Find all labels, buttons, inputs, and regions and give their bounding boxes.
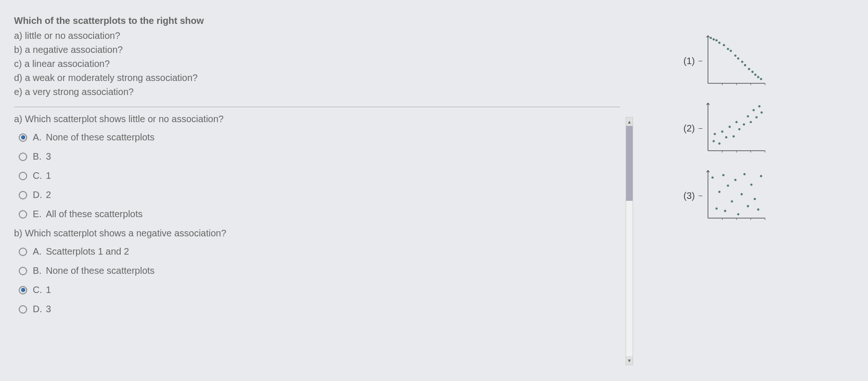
svg-point-13 <box>727 48 729 50</box>
svg-point-18 <box>744 64 746 66</box>
part-e: e) a very strong association? <box>14 85 620 98</box>
chart-tick-mark <box>699 128 702 129</box>
charts-panel: (1) (2) (3) <box>634 9 868 381</box>
svg-point-41 <box>743 124 745 126</box>
part-d: d) a weak or moderately strong associati… <box>14 71 620 84</box>
option-b-A[interactable]: A. Scatterplots 1 and 2 <box>19 246 620 257</box>
chart-3-row: (3) <box>681 168 849 224</box>
svg-point-65 <box>741 193 743 196</box>
option-a-B[interactable]: B. 3 <box>19 151 620 162</box>
svg-point-36 <box>725 136 728 139</box>
radio-icon[interactable] <box>19 153 27 161</box>
svg-point-68 <box>750 183 752 186</box>
svg-point-10 <box>715 39 718 42</box>
radio-icon[interactable] <box>19 248 27 256</box>
option-letter: C. <box>33 170 46 181</box>
option-text: 1 <box>46 170 51 181</box>
svg-point-38 <box>733 135 735 138</box>
chart-tick-mark <box>699 61 702 61</box>
option-a-A[interactable]: A. None of these scatterplots <box>19 132 620 143</box>
scroll-up-icon[interactable]: ▲ <box>626 117 633 126</box>
svg-point-19 <box>748 68 750 70</box>
option-text: Scatterplots 1 and 2 <box>46 246 129 257</box>
radio-icon[interactable] <box>19 286 27 294</box>
scatterplot-2 <box>702 100 768 156</box>
radio-icon[interactable] <box>19 191 27 199</box>
option-letter: B. <box>33 151 46 162</box>
option-text: 2 <box>46 190 51 200</box>
option-b-B[interactable]: B. None of these scatterplots <box>19 265 620 276</box>
radio-icon[interactable] <box>19 172 27 180</box>
chart-1-row: (1) <box>681 33 849 89</box>
part-c: c) a linear association? <box>14 57 620 70</box>
svg-point-20 <box>751 71 754 73</box>
option-text: All of these scatterplots <box>46 209 143 220</box>
main-container: Which of the scatterplots to the right s… <box>0 0 868 381</box>
svg-point-44 <box>752 109 755 111</box>
part-b: b) a negative association? <box>14 43 620 56</box>
svg-point-17 <box>741 61 744 63</box>
radio-icon[interactable] <box>19 210 27 219</box>
svg-point-33 <box>714 133 716 135</box>
chart-2-label: (2) <box>681 123 695 134</box>
radio-icon[interactable] <box>19 267 27 275</box>
svg-point-61 <box>727 184 729 187</box>
svg-point-71 <box>760 175 762 177</box>
section-b-options: A. Scatterplots 1 and 2 B. None of these… <box>14 246 620 315</box>
section-b-title: b) Which scatterplot shows a negative as… <box>14 228 620 239</box>
svg-point-45 <box>755 116 758 118</box>
option-text: 3 <box>46 304 51 315</box>
radio-icon[interactable] <box>19 305 27 314</box>
radio-icon[interactable] <box>19 133 27 142</box>
svg-point-39 <box>736 121 738 123</box>
svg-point-62 <box>731 200 733 203</box>
svg-point-11 <box>718 42 721 44</box>
option-a-D[interactable]: D. 2 <box>19 190 620 200</box>
option-letter: B. <box>33 265 46 276</box>
option-text: 3 <box>46 151 51 162</box>
svg-point-70 <box>757 208 759 211</box>
svg-point-22 <box>757 76 759 78</box>
svg-point-14 <box>729 50 732 52</box>
option-a-E[interactable]: E. All of these scatterplots <box>19 209 620 220</box>
scroll-thumb[interactable] <box>626 126 633 201</box>
question-panel: Which of the scatterplots to the right s… <box>0 9 634 381</box>
part-a: a) little or no association? <box>14 29 620 42</box>
svg-point-46 <box>758 105 760 108</box>
svg-point-34 <box>718 142 721 145</box>
scatterplot-3 <box>702 168 768 224</box>
question-prompt: Which of the scatterplots to the right s… <box>14 14 620 27</box>
option-b-C[interactable]: C. 1 <box>19 285 620 295</box>
option-text: None of these scatterplots <box>46 265 154 276</box>
svg-point-9 <box>713 38 715 41</box>
svg-point-15 <box>734 54 737 57</box>
vertical-scrollbar[interactable]: ▲ ▼ <box>626 117 633 365</box>
option-text: None of these scatterplots <box>46 132 154 143</box>
option-letter: C. <box>33 285 46 295</box>
svg-point-43 <box>750 121 752 123</box>
chart-1-label: (1) <box>681 56 695 66</box>
svg-point-56 <box>711 176 714 179</box>
option-a-C[interactable]: C. 1 <box>19 170 620 181</box>
option-letter: E. <box>33 209 46 220</box>
svg-point-69 <box>754 198 756 200</box>
svg-point-12 <box>723 44 725 46</box>
svg-point-64 <box>737 213 739 215</box>
svg-point-63 <box>734 179 737 181</box>
scroll-down-icon[interactable]: ▼ <box>626 356 633 365</box>
option-letter: D. <box>33 304 46 315</box>
svg-point-35 <box>721 131 723 133</box>
scatterplot-1 <box>702 33 768 89</box>
svg-point-42 <box>747 115 749 117</box>
option-letter: D. <box>33 190 46 200</box>
option-b-D[interactable]: D. 3 <box>19 304 620 315</box>
svg-point-21 <box>754 73 757 76</box>
chart-3-label: (3) <box>681 190 695 201</box>
svg-point-59 <box>722 174 725 176</box>
svg-point-16 <box>737 58 739 60</box>
svg-point-32 <box>713 140 715 142</box>
svg-point-8 <box>710 37 712 39</box>
svg-point-60 <box>724 210 726 212</box>
svg-point-40 <box>738 128 741 131</box>
section-a-title: a) Which scatterplot shows little or no … <box>14 114 620 125</box>
